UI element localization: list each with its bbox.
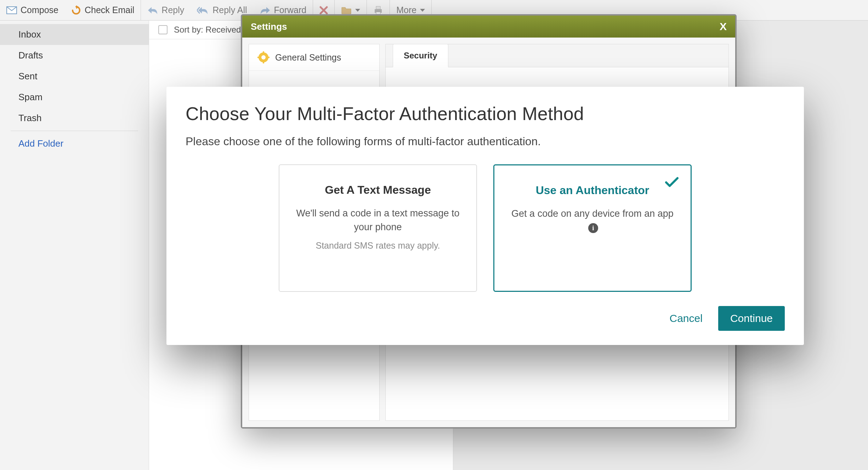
checkmark-icon [665, 177, 679, 187]
mfa-modal-title: Choose Your Multi-Factor Authentication … [186, 103, 785, 124]
mfa-option-authenticator[interactable]: Use an Authenticator Get a code on any d… [493, 164, 692, 292]
mfa-modal-actions: Cancel Continue [186, 306, 785, 331]
mfa-option-sms[interactable]: Get A Text Message We'll send a code in … [279, 164, 477, 292]
info-icon[interactable]: i [588, 223, 598, 233]
continue-button[interactable]: Continue [718, 306, 785, 331]
mfa-options-row: Get A Text Message We'll send a code in … [186, 164, 785, 292]
modal-overlay: Choose Your Multi-Factor Authentication … [0, 0, 868, 470]
cancel-button[interactable]: Cancel [670, 312, 703, 324]
mfa-option-authenticator-title: Use an Authenticator [507, 184, 678, 197]
mfa-option-authenticator-desc: Get a code on any device from an app i [507, 207, 678, 234]
mfa-modal-subtitle: Please choose one of the following forms… [186, 135, 785, 148]
mfa-option-sms-title: Get A Text Message [292, 183, 464, 197]
mfa-option-sms-fine: Standard SMS rates may apply. [292, 239, 464, 252]
mfa-option-sms-desc: We'll send a code in a text message to y… [292, 206, 464, 234]
mfa-modal: Choose Your Multi-Factor Authentication … [166, 87, 804, 345]
